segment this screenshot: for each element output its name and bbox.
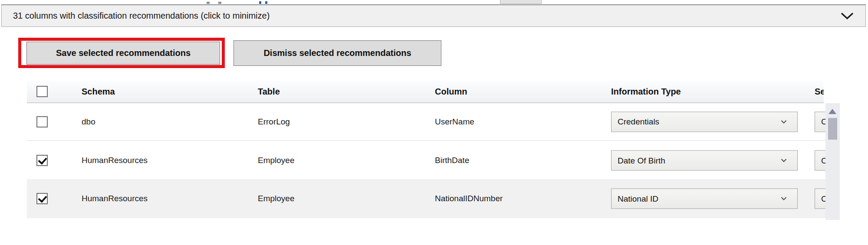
row-select-checkbox[interactable] [36,193,48,204]
column-cell: BirthDate [435,156,469,165]
header-column: Column [435,87,467,97]
save-button-label: Save selected recommendations [56,48,191,58]
header-table: Table [258,87,280,97]
header-schema: Schema [82,87,115,97]
row-select-checkbox[interactable] [36,116,48,127]
scrollbar-thumb[interactable] [828,118,837,140]
sensitivity-label-value: C [821,194,825,203]
chevron-down-icon [781,159,787,163]
column-cell: UserName [435,117,474,127]
sensitivity-label-dropdown-clipped[interactable]: C [815,189,825,209]
save-selected-recommendations-button[interactable]: Save selected recommendations [26,42,220,65]
clipped-ui-fragment [259,1,261,4]
dismiss-selected-recommendations-button[interactable]: Dismiss selected recommendations [233,40,441,66]
recommendations-banner[interactable]: 31 columns with classification recommend… [1,4,866,27]
chevron-down-icon [781,197,787,201]
clipped-ui-fragment [218,2,221,4]
information-type-dropdown[interactable]: Credentials [611,111,798,132]
row-select-checkbox[interactable] [36,155,48,166]
schema-cell: dbo [82,117,95,127]
clipped-ui-fragment [207,2,210,4]
information-type-value: Credentials [618,117,659,127]
column-cell: NationalIDNumber [435,194,503,203]
clipped-ui-fragment [265,1,267,4]
table-header-row: Schema Table Column Information Type Se [27,81,824,103]
recommendations-banner-label: 31 columns with classification recommend… [13,11,270,21]
table-row: HumanResources Employee NationalIDNumber… [27,179,825,218]
chevron-down-icon [781,120,787,124]
information-type-dropdown[interactable]: Date Of Birth [611,150,798,171]
table-row: dbo ErrorLog UserName Credentials C [27,103,825,141]
sensitivity-label-dropdown-clipped[interactable]: C [815,150,825,171]
table-cell: ErrorLog [258,117,290,127]
sensitivity-label-value: C [821,117,825,127]
sensitivity-label-value: C [821,156,825,165]
information-type-value: National ID [618,194,658,203]
sensitivity-label-dropdown-clipped[interactable]: C [815,111,825,132]
table-cell: Employee [258,156,295,165]
vertical-scrollbar[interactable] [825,103,840,220]
header-information-type: Information Type [611,87,681,97]
information-type-value: Date Of Birth [618,156,665,165]
select-all-checkbox[interactable] [36,86,48,97]
clipped-ui-fragment [500,0,542,4]
table-cell: Employee [258,194,295,203]
information-type-dropdown[interactable]: National ID [611,189,798,209]
schema-cell: HumanResources [82,156,148,165]
scroll-up-arrow-icon[interactable] [829,109,836,114]
header-sensitivity-label-clipped: Se [815,87,824,97]
chevron-down-icon[interactable] [840,12,854,20]
dismiss-button-label: Dismiss selected recommendations [263,48,411,58]
table-row: HumanResources Employee BirthDate Date O… [27,142,825,179]
schema-cell: HumanResources [82,194,148,203]
